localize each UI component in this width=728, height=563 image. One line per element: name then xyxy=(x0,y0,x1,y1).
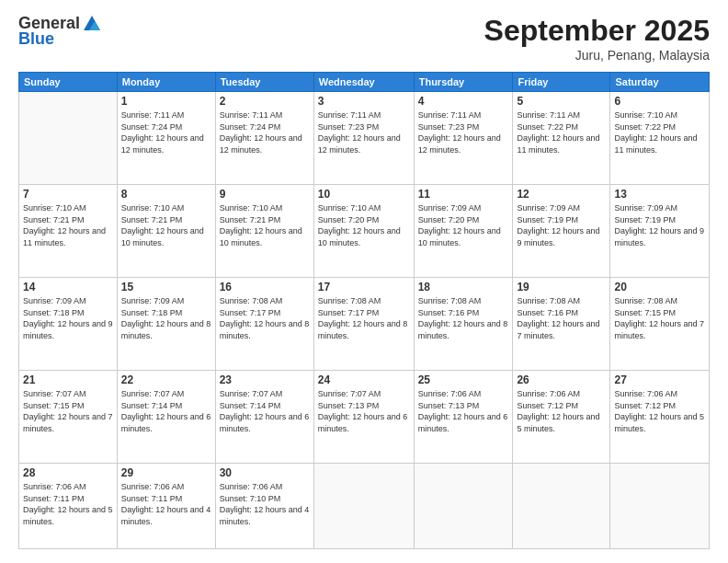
calendar-cell: 14Sunrise: 7:09 AMSunset: 7:18 PMDayligh… xyxy=(19,278,118,371)
calendar-table: SundayMondayTuesdayWednesdayThursdayFrid… xyxy=(18,72,710,549)
day-info: Sunrise: 7:06 AMSunset: 7:12 PMDaylight:… xyxy=(614,388,705,434)
day-number: 2 xyxy=(220,95,310,108)
logo: General Blue xyxy=(18,14,102,49)
day-number: 30 xyxy=(220,466,310,479)
calendar-cell: 9Sunrise: 7:10 AMSunset: 7:21 PMDaylight… xyxy=(215,185,313,278)
calendar-cell: 22Sunrise: 7:07 AMSunset: 7:14 PMDayligh… xyxy=(117,371,215,464)
day-number: 10 xyxy=(318,188,410,201)
day-info: Sunrise: 7:08 AMSunset: 7:16 PMDaylight:… xyxy=(418,295,509,341)
day-info: Sunrise: 7:11 AMSunset: 7:24 PMDaylight:… xyxy=(121,109,211,155)
day-info: Sunrise: 7:07 AMSunset: 7:15 PMDaylight:… xyxy=(23,388,113,434)
month-title: September 2025 xyxy=(484,14,710,48)
page: General Blue September 2025 Juru, Penang… xyxy=(0,0,728,563)
day-info: Sunrise: 7:10 AMSunset: 7:21 PMDaylight:… xyxy=(220,202,310,248)
day-number: 7 xyxy=(23,188,113,201)
day-number: 4 xyxy=(418,95,509,108)
calendar-cell: 25Sunrise: 7:06 AMSunset: 7:13 PMDayligh… xyxy=(414,371,513,464)
day-info: Sunrise: 7:06 AMSunset: 7:10 PMDaylight:… xyxy=(220,481,310,527)
day-info: Sunrise: 7:11 AMSunset: 7:23 PMDaylight:… xyxy=(318,109,410,155)
logo-icon xyxy=(82,14,102,34)
calendar-cell: 18Sunrise: 7:08 AMSunset: 7:16 PMDayligh… xyxy=(414,278,513,371)
day-number: 27 xyxy=(614,373,705,386)
calendar-week-row: 14Sunrise: 7:09 AMSunset: 7:18 PMDayligh… xyxy=(19,278,710,371)
day-info: Sunrise: 7:06 AMSunset: 7:12 PMDaylight:… xyxy=(517,388,606,434)
calendar-cell: 7Sunrise: 7:10 AMSunset: 7:21 PMDaylight… xyxy=(19,185,118,278)
calendar-cell: 19Sunrise: 7:08 AMSunset: 7:16 PMDayligh… xyxy=(513,278,610,371)
day-number: 11 xyxy=(418,188,509,201)
calendar-week-row: 21Sunrise: 7:07 AMSunset: 7:15 PMDayligh… xyxy=(19,371,710,464)
weekday-header: Sunday xyxy=(19,73,118,92)
calendar-cell xyxy=(513,464,610,549)
day-info: Sunrise: 7:09 AMSunset: 7:18 PMDaylight:… xyxy=(23,295,113,341)
location: Juru, Penang, Malaysia xyxy=(484,48,710,63)
calendar-cell: 30Sunrise: 7:06 AMSunset: 7:10 PMDayligh… xyxy=(215,464,313,549)
day-number: 3 xyxy=(318,95,410,108)
calendar-cell: 13Sunrise: 7:09 AMSunset: 7:19 PMDayligh… xyxy=(610,185,710,278)
day-info: Sunrise: 7:11 AMSunset: 7:24 PMDaylight:… xyxy=(220,109,310,155)
weekday-header: Thursday xyxy=(414,73,513,92)
calendar-cell xyxy=(313,464,414,549)
day-number: 23 xyxy=(220,373,310,386)
calendar-week-row: 7Sunrise: 7:10 AMSunset: 7:21 PMDaylight… xyxy=(19,185,710,278)
day-number: 13 xyxy=(614,188,705,201)
day-number: 19 xyxy=(517,281,606,293)
day-info: Sunrise: 7:08 AMSunset: 7:17 PMDaylight:… xyxy=(220,295,310,341)
calendar-cell xyxy=(19,92,118,185)
day-info: Sunrise: 7:09 AMSunset: 7:20 PMDaylight:… xyxy=(418,202,509,248)
calendar-cell: 4Sunrise: 7:11 AMSunset: 7:23 PMDaylight… xyxy=(414,92,513,185)
calendar-cell: 12Sunrise: 7:09 AMSunset: 7:19 PMDayligh… xyxy=(513,185,610,278)
day-info: Sunrise: 7:08 AMSunset: 7:15 PMDaylight:… xyxy=(614,295,705,341)
day-number: 21 xyxy=(23,373,113,386)
calendar-cell: 11Sunrise: 7:09 AMSunset: 7:20 PMDayligh… xyxy=(414,185,513,278)
weekday-header: Monday xyxy=(117,73,215,92)
calendar-cell: 3Sunrise: 7:11 AMSunset: 7:23 PMDaylight… xyxy=(313,92,414,185)
day-info: Sunrise: 7:08 AMSunset: 7:16 PMDaylight:… xyxy=(517,295,606,341)
weekday-header-row: SundayMondayTuesdayWednesdayThursdayFrid… xyxy=(19,73,710,92)
day-info: Sunrise: 7:06 AMSunset: 7:11 PMDaylight:… xyxy=(121,481,211,527)
calendar-cell xyxy=(610,464,710,549)
day-info: Sunrise: 7:11 AMSunset: 7:22 PMDaylight:… xyxy=(517,109,606,155)
day-number: 16 xyxy=(220,281,310,293)
weekday-header: Wednesday xyxy=(313,73,414,92)
calendar-cell: 15Sunrise: 7:09 AMSunset: 7:18 PMDayligh… xyxy=(117,278,215,371)
day-info: Sunrise: 7:07 AMSunset: 7:13 PMDaylight:… xyxy=(318,388,410,434)
calendar-cell: 8Sunrise: 7:10 AMSunset: 7:21 PMDaylight… xyxy=(117,185,215,278)
day-number: 9 xyxy=(220,188,310,201)
day-number: 26 xyxy=(517,373,606,386)
day-number: 17 xyxy=(318,281,410,293)
day-info: Sunrise: 7:08 AMSunset: 7:17 PMDaylight:… xyxy=(318,295,410,341)
day-number: 12 xyxy=(517,188,606,201)
calendar-cell: 2Sunrise: 7:11 AMSunset: 7:24 PMDaylight… xyxy=(215,92,313,185)
day-info: Sunrise: 7:06 AMSunset: 7:13 PMDaylight:… xyxy=(418,388,509,434)
day-info: Sunrise: 7:09 AMSunset: 7:19 PMDaylight:… xyxy=(614,202,705,248)
day-number: 25 xyxy=(418,373,509,386)
calendar-cell: 10Sunrise: 7:10 AMSunset: 7:20 PMDayligh… xyxy=(313,185,414,278)
day-info: Sunrise: 7:07 AMSunset: 7:14 PMDaylight:… xyxy=(220,388,310,434)
calendar-cell: 21Sunrise: 7:07 AMSunset: 7:15 PMDayligh… xyxy=(19,371,118,464)
day-info: Sunrise: 7:10 AMSunset: 7:20 PMDaylight:… xyxy=(318,202,410,248)
day-number: 8 xyxy=(121,188,211,201)
calendar-cell: 16Sunrise: 7:08 AMSunset: 7:17 PMDayligh… xyxy=(215,278,313,371)
calendar-cell: 5Sunrise: 7:11 AMSunset: 7:22 PMDaylight… xyxy=(513,92,610,185)
calendar-cell: 26Sunrise: 7:06 AMSunset: 7:12 PMDayligh… xyxy=(513,371,610,464)
calendar-cell: 29Sunrise: 7:06 AMSunset: 7:11 PMDayligh… xyxy=(117,464,215,549)
day-info: Sunrise: 7:10 AMSunset: 7:21 PMDaylight:… xyxy=(23,202,113,248)
calendar-cell: 24Sunrise: 7:07 AMSunset: 7:13 PMDayligh… xyxy=(313,371,414,464)
weekday-header: Friday xyxy=(513,73,610,92)
calendar-cell: 6Sunrise: 7:10 AMSunset: 7:22 PMDaylight… xyxy=(610,92,710,185)
day-number: 29 xyxy=(121,466,211,479)
calendar-cell: 27Sunrise: 7:06 AMSunset: 7:12 PMDayligh… xyxy=(610,371,710,464)
calendar-cell xyxy=(414,464,513,549)
day-info: Sunrise: 7:06 AMSunset: 7:11 PMDaylight:… xyxy=(23,481,113,527)
day-info: Sunrise: 7:10 AMSunset: 7:21 PMDaylight:… xyxy=(121,202,211,248)
day-info: Sunrise: 7:10 AMSunset: 7:22 PMDaylight:… xyxy=(614,109,705,155)
day-info: Sunrise: 7:09 AMSunset: 7:19 PMDaylight:… xyxy=(517,202,606,248)
weekday-header: Saturday xyxy=(610,73,710,92)
day-number: 1 xyxy=(121,95,211,108)
day-number: 20 xyxy=(614,281,705,293)
calendar-week-row: 1Sunrise: 7:11 AMSunset: 7:24 PMDaylight… xyxy=(19,92,710,185)
calendar-cell: 17Sunrise: 7:08 AMSunset: 7:17 PMDayligh… xyxy=(313,278,414,371)
calendar-cell: 28Sunrise: 7:06 AMSunset: 7:11 PMDayligh… xyxy=(19,464,118,549)
calendar-cell: 23Sunrise: 7:07 AMSunset: 7:14 PMDayligh… xyxy=(215,371,313,464)
weekday-header: Tuesday xyxy=(215,73,313,92)
